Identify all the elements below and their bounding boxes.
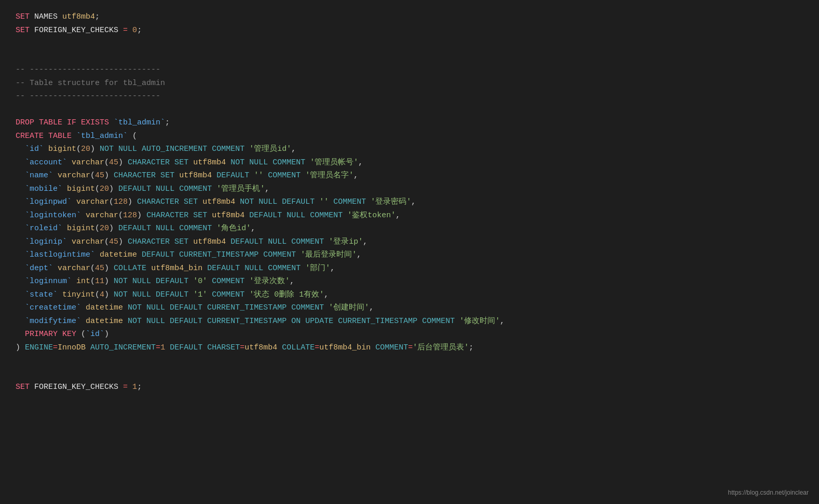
line-col-account: `account` varchar(45) CHARACTER SET utf8…: [16, 156, 803, 170]
line-col-mobile: `mobile` bigint(20) DEFAULT NULL COMMENT…: [16, 183, 803, 196]
line-col-modifytime: `modifytime` datetime NOT NULL DEFAULT C…: [16, 315, 803, 328]
line-2: SET FOREIGN_KEY_CHECKS = 0;: [16, 24, 803, 37]
line-comment-1: -- ----------------------------: [16, 63, 803, 77]
line-col-logintoken: `logintoken` varchar(128) CHARACTER SET …: [16, 209, 803, 222]
line-engine: ) ENGINE=InnoDB AUTO_INCREMENT=1 DEFAULT…: [16, 341, 803, 355]
code-block: SET NAMES utf8mb4; SET FOREIGN_KEY_CHECK…: [16, 10, 803, 394]
line-col-createtime: `createtime` datetime NOT NULL DEFAULT C…: [16, 301, 803, 315]
line-blank-4: [16, 354, 803, 368]
line-col-dept: `dept` varchar(45) COLLATE utf8mb4_bin D…: [16, 262, 803, 275]
line-col-loginip: `loginip` varchar(45) CHARACTER SET utf8…: [16, 235, 803, 249]
line-col-roleid: `roleid` bigint(20) DEFAULT NULL COMMENT…: [16, 222, 803, 235]
line-col-state: `state` tinyint(4) NOT NULL DEFAULT '1' …: [16, 288, 803, 302]
line-fkc-end: SET FOREIGN_KEY_CHECKS = 1;: [16, 381, 803, 394]
line-blank-2: [16, 50, 803, 64]
watermark: https://blog.csdn.net/joinclear: [728, 489, 809, 496]
line-col-id: `id` bigint(20) NOT NULL AUTO_INCREMENT …: [16, 143, 803, 156]
line-col-name: `name` varchar(45) CHARACTER SET utf8mb4…: [16, 169, 803, 183]
line-col-lastlogintime: `lastlogintime` datetime DEFAULT CURRENT…: [16, 248, 803, 262]
line-primary-key: PRIMARY KEY (`id`): [16, 328, 803, 341]
line-col-loginnum: `loginnum` int(11) NOT NULL DEFAULT '0' …: [16, 275, 803, 288]
line-blank-3: [16, 103, 803, 117]
line-comment-3: -- ----------------------------: [16, 90, 803, 103]
line-drop: DROP TABLE IF EXISTS `tbl_admin`;: [16, 116, 803, 130]
line-1: SET NAMES utf8mb4;: [16, 10, 803, 24]
line-comment-2: -- Table structure for tbl_admin: [16, 77, 803, 90]
line-blank-1: [16, 37, 803, 50]
line-blank-5: [16, 368, 803, 381]
line-col-loginpwd: `loginpwd` varchar(128) CHARACTER SET ut…: [16, 195, 803, 209]
line-create: CREATE TABLE `tbl_admin` (: [16, 130, 803, 143]
